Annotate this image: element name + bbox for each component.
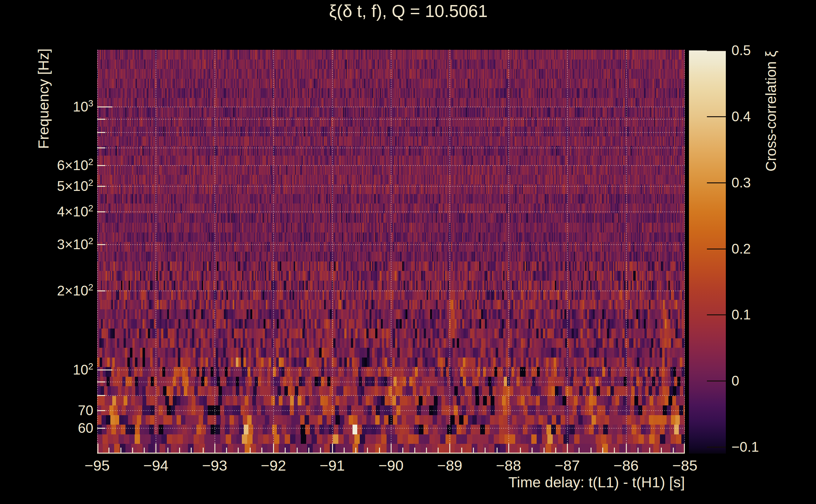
colorbar [689, 50, 726, 454]
colorbar-tick [707, 249, 726, 249]
x-tick-label: −90 [363, 457, 419, 474]
colorbar-tick-label: 0.2 [732, 240, 810, 257]
y-tick-label: 70 [18, 402, 93, 419]
colorbar-tick [707, 381, 726, 381]
x-tick-label: −85 [657, 457, 713, 474]
y-tick-label: 4×102 [18, 203, 93, 220]
colorbar-tick [707, 182, 726, 183]
x-tick-label: −86 [598, 457, 655, 474]
x-axis-title: Time delay: t(L1) - t(H1) [s] [370, 473, 685, 491]
x-tick-label: −93 [186, 457, 243, 474]
plot-title: ξ(δ t, f), Q = 10.5061 [282, 1, 534, 21]
y-tick-label: 60 [18, 420, 93, 437]
x-tick-label: −94 [127, 457, 184, 474]
x-tick-label: −87 [539, 457, 595, 474]
colorbar-tick-label: 0.1 [732, 306, 810, 323]
colorbar-tick-label: −0.1 [732, 438, 810, 455]
y-tick-label: 2×102 [18, 282, 93, 299]
y-tick-label: 5×102 [18, 178, 93, 195]
colorbar-tick [707, 50, 726, 51]
x-tick-label: −95 [69, 457, 125, 474]
figure: ξ(δ t, f), Q = 10.5061 Frequency [Hz] 10… [0, 0, 816, 504]
x-tick-label: −91 [304, 457, 361, 474]
y-tick-label: 3×102 [18, 236, 93, 253]
x-tick-label: −89 [421, 457, 478, 474]
colorbar-tick [707, 116, 726, 117]
y-tick-label: 102 [18, 361, 93, 378]
x-tick-label: −92 [245, 457, 302, 474]
x-tick-label: −88 [480, 457, 537, 474]
y-tick-label: 103 [18, 98, 93, 115]
colorbar-tick [707, 314, 726, 315]
y-tick-label: 6×102 [18, 157, 93, 174]
colorbar-tick-label: 0.3 [732, 174, 810, 191]
heatmap-canvas [97, 50, 685, 454]
colorbar-tick-label: 0 [732, 372, 810, 389]
colorbar-tick [707, 447, 726, 448]
colorbar-title: Cross-correlation ξ [762, 51, 779, 172]
